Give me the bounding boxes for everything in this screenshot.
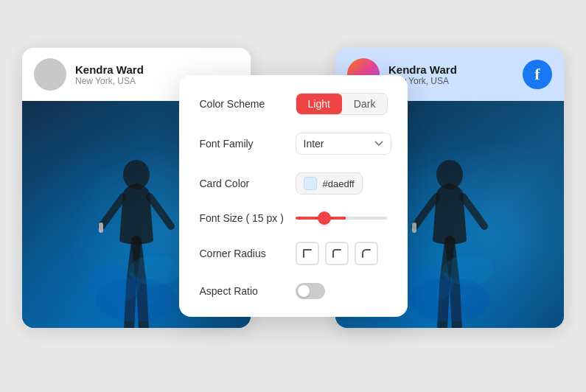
aspect-ratio-label: Aspect Ratio — [200, 285, 296, 297]
corner-sharp-icon — [301, 247, 314, 260]
aspect-ratio-row: Aspect Ratio — [200, 283, 387, 299]
corner-medium-button[interactable] — [325, 242, 349, 265]
font-size-label: Font Size ( 15 px ) — [200, 212, 296, 224]
toggle-knob — [298, 285, 310, 297]
card-front-user-name: Kendra Ward — [388, 63, 457, 76]
font-size-control — [296, 217, 387, 220]
corner-radius-row: Corner Radius — [200, 242, 387, 265]
scheme-toggle[interactable]: Light Dark — [296, 93, 388, 115]
aspect-ratio-toggle[interactable] — [296, 283, 325, 299]
color-scheme-row: Color Scheme Light Dark — [200, 93, 387, 115]
performer-figure-front — [402, 153, 498, 328]
font-family-row: Font Family Inter Roboto Open Sans Poppi… — [200, 133, 387, 155]
font-family-label: Font Family — [200, 138, 296, 150]
card-color-label: Card Color — [200, 178, 296, 189]
settings-panel: Color Scheme Light Dark Font Family Inte… — [179, 75, 408, 317]
card-back-user-name: Kendra Ward — [75, 63, 144, 76]
corner-radius-control — [296, 242, 387, 265]
corner-medium-icon — [330, 247, 343, 260]
color-swatch[interactable]: #daedff — [296, 172, 363, 195]
scheme-dark-button[interactable]: Dark — [342, 94, 388, 114]
color-hex-value: #daedff — [323, 178, 355, 189]
corner-radius-label: Corner Radius — [200, 248, 296, 259]
aspect-ratio-control — [296, 283, 387, 299]
font-size-row: Font Size ( 15 px ) — [200, 212, 387, 224]
font-family-select[interactable]: Inter Roboto Open Sans Poppins — [296, 133, 391, 155]
svg-point-4 — [96, 278, 177, 322]
card-back-user-location: New York, USA — [75, 76, 144, 86]
card-color-control: #daedff — [296, 172, 387, 195]
color-scheme-control: Light Dark — [296, 93, 388, 115]
color-scheme-label: Color Scheme — [200, 98, 296, 110]
font-family-control: Inter Roboto Open Sans Poppins — [296, 133, 391, 155]
performer-figure-back — [88, 153, 184, 328]
corner-round-icon — [360, 247, 373, 260]
scheme-light-button[interactable]: Light — [296, 94, 342, 114]
slider-container — [296, 217, 387, 220]
svg-rect-6 — [412, 223, 416, 233]
font-size-slider[interactable] — [296, 217, 387, 220]
svg-point-9 — [409, 278, 490, 322]
scene: Kendra Ward New York, USA — [0, 0, 586, 392]
card-back-user-info: Kendra Ward New York, USA — [75, 63, 144, 86]
card-color-row: Card Color #daedff — [200, 172, 387, 195]
card-back-avatar — [34, 58, 66, 91]
corner-options — [296, 242, 378, 265]
corner-sharp-button[interactable] — [296, 242, 319, 265]
corner-round-button[interactable] — [355, 242, 378, 265]
svg-rect-1 — [99, 223, 103, 233]
facebook-icon: f — [523, 60, 552, 89]
color-dot — [304, 177, 317, 190]
